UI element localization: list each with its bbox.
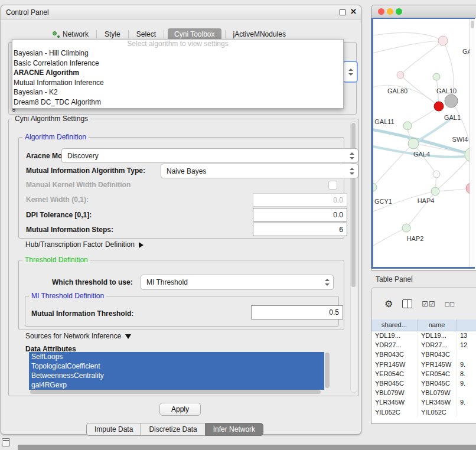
settings-scrollbar-thumb[interactable]	[351, 123, 356, 287]
manual-kernel-checkbox[interactable]	[328, 181, 337, 190]
attribute-list-item[interactable]: SelfLoops	[29, 352, 324, 361]
network-node[interactable]	[438, 36, 448, 45]
algorithm-option[interactable]: ARACNE Algorithm	[12, 68, 343, 78]
mi-algorithm-type-select[interactable]: Naive Bayes	[161, 164, 358, 178]
chevron-updown-icon	[348, 69, 353, 76]
network-node-label: HAP2	[407, 235, 424, 242]
tab-style[interactable]: Style	[100, 28, 125, 40]
tab-network[interactable]: Network	[48, 28, 93, 40]
table-cell: YER054C	[418, 369, 457, 379]
network-edge[interactable]	[373, 32, 443, 41]
algorithm-option[interactable]: Mutual Information Inference	[12, 78, 343, 88]
algorithm-option[interactable]: Dream8 DC_TDC Algorithm	[12, 97, 343, 107]
network-node[interactable]	[445, 94, 458, 107]
table-row[interactable]: YPR145WYPR145W9.	[371, 360, 476, 369]
network-edge[interactable]	[451, 101, 472, 155]
mi-steps-field[interactable]: 6	[253, 223, 347, 236]
kernel-width-label: Kernel Width (0,1):	[26, 195, 89, 204]
network-edge[interactable]	[407, 106, 439, 126]
algorithm-dropdown-placeholder: Select algorithm to view settings	[12, 40, 343, 48]
table-row[interactable]: YLR345WYLR345W9.	[371, 397, 476, 407]
clear-checkboxes-icon[interactable]: □□	[445, 301, 455, 308]
network-node-label: GAL4	[413, 151, 430, 158]
table-row[interactable]: YDL19...YDL19...13	[371, 331, 476, 340]
attributes-hscrollbar-thumb[interactable]	[30, 390, 321, 394]
network-node[interactable]	[402, 224, 410, 232]
table-row[interactable]: YIL052CYIL052C	[371, 407, 476, 417]
mi-threshold-value: 0.5	[329, 308, 339, 317]
network-edge[interactable]	[413, 144, 436, 174]
network-node[interactable]	[397, 71, 404, 79]
network-edge[interactable]	[373, 228, 406, 249]
network-edge[interactable]	[373, 41, 443, 54]
control-panel-titlebar[interactable]: Control Panel ✕	[1, 5, 361, 20]
network-scrollbar-thumb[interactable]	[471, 21, 474, 28]
float-window-icon[interactable]	[340, 9, 345, 15]
network-node-label: GAL10	[436, 87, 457, 94]
table-row[interactable]: YBR045CYBR045C9.	[371, 379, 476, 388]
attributes-vscrollbar-thumb[interactable]	[325, 353, 330, 388]
bottom-tab-impute-data[interactable]: Impute Data	[86, 423, 141, 436]
table-column-header[interactable]	[457, 319, 476, 331]
gear-icon[interactable]: ⚙	[384, 299, 393, 309]
kernel-width-field[interactable]: 0.0	[253, 193, 347, 207]
tab-select[interactable]: Select	[132, 28, 160, 40]
select-all-checkboxes-icon[interactable]: ☑☑	[422, 301, 436, 308]
network-node[interactable]	[373, 183, 377, 191]
sources-expander[interactable]: Sources for Network Inference	[25, 332, 131, 340]
network-node[interactable]	[433, 171, 440, 178]
hub-definition-expander[interactable]: Hub/Transcription Factor Definition	[25, 240, 144, 249]
network-scrollbar-track[interactable]	[470, 19, 475, 267]
attribute-list-item[interactable]: TopologicalCoefficient	[29, 361, 324, 371]
chevron-updown-icon	[325, 279, 330, 286]
columns-icon[interactable]	[402, 299, 412, 308]
mi-threshold-field[interactable]: 0.5	[251, 305, 343, 319]
network-node[interactable]	[403, 122, 412, 130]
aracne-mode-select[interactable]: Discovery	[61, 148, 358, 163]
network-edge[interactable]	[400, 41, 443, 75]
table-cell	[457, 407, 476, 417]
mi-type-label: Mutual Information Algorithm Type:	[26, 167, 145, 175]
table-row[interactable]: YBR043CYBR043C	[371, 350, 476, 359]
mi-threshold-label: Mutual Information Threshold:	[31, 309, 133, 318]
table-column-header[interactable]: shared...	[371, 319, 418, 331]
network-edge[interactable]	[413, 118, 452, 144]
algorithm-option[interactable]: Bayesian - K2	[12, 87, 343, 97]
mac-minimize-icon[interactable]	[387, 8, 393, 15]
obscured-focused-control[interactable]	[343, 61, 358, 83]
network-node[interactable]	[433, 73, 440, 80]
algorithm-option[interactable]: Bayesian - Hill Climbing	[12, 48, 343, 58]
table-cell: YPR145W	[371, 360, 418, 369]
which-threshold-select[interactable]: MI Threshold	[141, 275, 334, 290]
network-node[interactable]	[408, 138, 419, 149]
tab-jactivemnodules[interactable]: jActiveMNodules	[229, 28, 290, 40]
dpi-tolerance-field[interactable]: 0.0	[253, 208, 347, 221]
table-panel-window: ⚙ ☑☑ □□ shared...name YDL19...YDL19...13…	[371, 288, 476, 424]
table-body: YDL19...YDL19...13YDR27...YDR27...12YBR0…	[371, 331, 476, 423]
table-row[interactable]: YER054CYER054C8.	[371, 369, 476, 379]
dock-panel-icon[interactable]	[2, 438, 10, 446]
mac-zoom-icon[interactable]	[396, 8, 402, 15]
table-row[interactable]: YBL079WYBL079W	[371, 388, 476, 397]
bottom-tab-discretize-data[interactable]: Discretize Data	[141, 423, 204, 436]
network-node-label: GAL80	[387, 87, 407, 94]
algorithm-option[interactable]: Basic Correlation Inference	[12, 58, 343, 69]
bottom-tab-infer-network[interactable]: Infer Network	[205, 423, 263, 436]
network-node[interactable]	[434, 102, 444, 111]
table-column-header[interactable]: name	[418, 319, 457, 331]
table-row[interactable]: YDR27...YDR27...12	[371, 340, 476, 350]
tab-label: jActiveMNodules	[233, 30, 286, 38]
attribute-list-item[interactable]: gal4RGexp	[29, 380, 324, 390]
attribute-list-item[interactable]: BetweennessCentrality	[29, 371, 324, 380]
apply-button[interactable]: Apply	[159, 403, 201, 416]
data-attributes-list[interactable]: SelfLoopsTopologicalCoefficientBetweenne…	[29, 352, 324, 390]
table-cell: YDL19...	[371, 331, 418, 340]
tab-cyni-toolbox[interactable]: Cyni Toolbox	[168, 28, 221, 40]
network-canvas[interactable]: GALGAL80GAL10GAL11GAL1SWI4GAL4HAP4GCY1YH…	[371, 18, 475, 269]
network-node[interactable]	[431, 187, 439, 195]
algorithm-definition-group: Algorithm Definition Aracne Mode: Discov…	[18, 137, 344, 239]
network-window-titlebar[interactable]	[371, 5, 476, 18]
close-icon[interactable]: ✕	[350, 7, 357, 16]
mac-close-icon[interactable]	[378, 8, 384, 15]
network-graph[interactable]: GALGAL80GAL10GAL11GAL1SWI4GAL4HAP4GCY1YH…	[373, 19, 475, 267]
